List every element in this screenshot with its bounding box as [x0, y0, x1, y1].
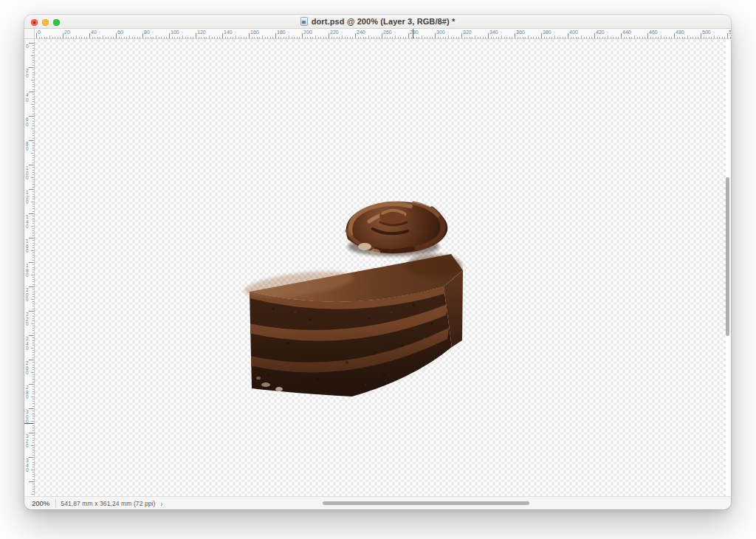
horizontal-scrollbar-thumb[interactable]: [323, 501, 529, 505]
ruler-tick: [29, 384, 35, 385]
photoshop-document-window: dort.psd @ 200% (Layer 3, RGB/8#) * 0204…: [24, 15, 731, 509]
ruler-label: 80: [26, 142, 29, 151]
minimize-button[interactable]: [42, 19, 49, 26]
window-title: dort.psd @ 200% (Layer 3, RGB/8#) *: [312, 17, 456, 26]
ruler-label: 220: [330, 30, 339, 35]
zoom-level-field[interactable]: 200%: [24, 499, 55, 507]
pointer-position-indicator: [24, 423, 35, 424]
ruler-label: 280: [410, 30, 419, 35]
ruler-label: 440: [622, 30, 631, 35]
ruler-tick: [647, 33, 648, 39]
ruler-tick: [63, 33, 63, 39]
ruler-tick: [302, 33, 303, 39]
ruler-label: 460: [649, 30, 658, 35]
ruler-label: 300: [26, 410, 29, 425]
ruler-label: 0: [26, 44, 29, 49]
zoom-button[interactable]: [53, 19, 60, 26]
horizontal-ruler[interactable]: 0204060801001201401601802002202402602803…: [35, 29, 731, 39]
ruler-label: 400: [569, 30, 578, 35]
ruler-tick: [329, 33, 329, 39]
ruler-tick: [29, 286, 35, 287]
ruler-label: 180: [277, 30, 286, 35]
ruler-tick: [29, 67, 35, 68]
ruler-label: 120: [26, 190, 29, 205]
ruler-tick: [727, 33, 728, 39]
vertical-ruler[interactable]: 0204060801001201401601802002202402602803…: [24, 39, 35, 496]
ruler-label: 200: [26, 288, 29, 303]
ruler-label: 160: [250, 30, 259, 35]
window-controls: [31, 19, 60, 26]
ruler-label: 80: [144, 30, 150, 35]
ruler-label: 420: [596, 30, 605, 35]
ruler-tick: [461, 33, 462, 39]
ruler-tick: [29, 238, 35, 238]
ruler-tick: [701, 33, 701, 39]
ruler-label: 60: [117, 30, 123, 35]
ruler-tick: [196, 33, 196, 39]
ruler-tick: [29, 189, 35, 190]
pointer-position-indicator: [413, 29, 413, 39]
vertical-scrollbar-thumb[interactable]: [726, 177, 729, 336]
ruler-tick: [29, 43, 35, 44]
ruler-tick: [541, 33, 542, 39]
ruler-tick: [594, 33, 595, 39]
ruler-label: 100: [171, 30, 179, 35]
ruler-label: 160: [26, 239, 29, 254]
ruler-tick: [515, 33, 515, 39]
ruler-label: 300: [436, 30, 445, 35]
ruler-tick: [29, 92, 35, 92]
document-canvas[interactable]: [35, 39, 726, 496]
ruler-tick: [568, 33, 568, 39]
ruler-label: 320: [26, 434, 29, 449]
ruler-tick: [29, 116, 35, 117]
ruler-tick: [382, 33, 382, 39]
ruler-label: 0: [38, 30, 41, 35]
ruler-label: 40: [91, 30, 97, 35]
ruler-label: 200: [303, 30, 312, 35]
ruler-tick: [29, 213, 35, 214]
ruler-tick: [29, 360, 35, 360]
ruler-tick: [355, 33, 356, 39]
ruler-label: 280: [26, 385, 29, 400]
ruler-tick: [29, 140, 35, 141]
ruler-label: 140: [26, 215, 29, 230]
ruler-corner[interactable]: [24, 29, 35, 39]
ruler-tick: [275, 33, 276, 39]
ruler-label: 20: [26, 69, 29, 78]
status-chevron-icon[interactable]: ›: [161, 499, 163, 508]
ruler-label: 380: [543, 30, 551, 35]
ruler-tick: [29, 433, 35, 433]
ruler-tick: [29, 408, 35, 409]
ruler-label: 60: [26, 117, 29, 127]
ruler-label: 240: [357, 30, 365, 35]
document-info[interactable]: 541,87 mm x 361,24 mm (72 ppi): [56, 500, 155, 507]
ruler-tick: [29, 457, 35, 458]
ruler-label: 340: [26, 459, 29, 473]
ruler-label: 120: [197, 30, 206, 35]
ruler-tick: [29, 262, 35, 263]
ruler-tick: [249, 33, 250, 39]
ruler-label: 220: [26, 312, 29, 327]
ruler-tick: [222, 33, 223, 39]
ruler-tick: [116, 33, 117, 39]
ruler-label: 240: [26, 337, 29, 351]
ruler-tick: [36, 33, 37, 39]
ruler-label: 180: [26, 264, 29, 278]
ruler-tick: [29, 335, 35, 336]
ruler-label: 40: [26, 93, 29, 103]
ruler-label: 260: [383, 30, 392, 35]
ruler-tick: [488, 33, 489, 39]
ruler-label: 20: [64, 30, 70, 35]
document-icon: [300, 17, 308, 26]
ruler-tick: [169, 33, 170, 39]
ruler-tick: [435, 33, 436, 39]
ruler-label: 500: [702, 30, 711, 35]
close-button[interactable]: [31, 19, 38, 26]
ruler-label: 100: [26, 166, 29, 181]
title-bar[interactable]: dort.psd @ 200% (Layer 3, RGB/8#) *: [24, 15, 731, 29]
ruler-tick: [674, 33, 675, 39]
ruler-tick: [29, 481, 35, 482]
ruler-tick: [29, 311, 35, 312]
chocolate-cake-image: [240, 198, 476, 405]
ruler-label: 480: [676, 30, 684, 35]
